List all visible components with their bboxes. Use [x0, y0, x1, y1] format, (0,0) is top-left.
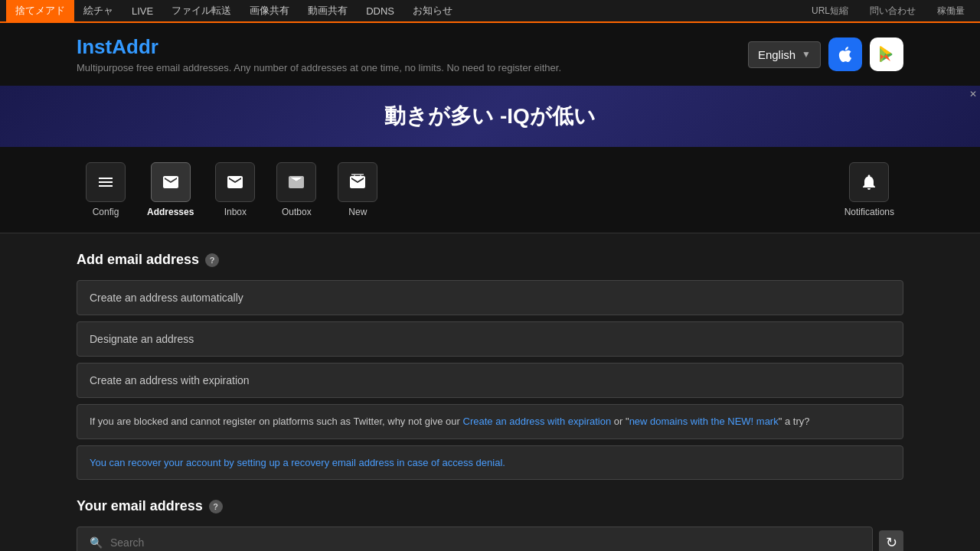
tagline: Multipurpose free email addresses. Any n…: [77, 62, 561, 73]
top-nav-url-shortener[interactable]: URL短縮: [802, 0, 858, 22]
info-end: a try?: [782, 416, 809, 427]
toolbar-right: Notifications: [835, 156, 903, 223]
search-row: 🔍 ↻: [77, 527, 903, 551]
your-email-title-text: Your email address: [77, 498, 203, 514]
toolbar: Config Addresses Inbox: [0, 147, 980, 233]
add-email-help-icon[interactable]: ?: [205, 253, 219, 267]
inbox-icon: [215, 162, 255, 202]
top-nav-item-6[interactable]: お知らせ: [403, 0, 462, 22]
search-icon: 🔍: [90, 536, 103, 549]
toolbar-outbox[interactable]: Outbox: [267, 156, 325, 223]
top-navigation: 捨てメアド 絵チャ LIVE ファイル転送 画像共有 動画共有 DDNS お知ら…: [0, 0, 980, 23]
new-icon: [338, 162, 377, 202]
toolbar-new-label: New: [348, 207, 367, 217]
chevron-down-icon: ▼: [802, 49, 811, 60]
add-email-title-text: Add email address: [77, 252, 199, 268]
your-email-help-icon[interactable]: ?: [209, 500, 223, 514]
toolbar-new[interactable]: New: [328, 156, 387, 223]
top-nav-uptime[interactable]: 稼働量: [928, 0, 974, 22]
addresses-icon: [151, 162, 191, 202]
info-blocked-text: If you are blocked and cannot register o…: [90, 416, 463, 427]
top-nav-item-5[interactable]: DDNS: [357, 0, 403, 22]
refresh-button[interactable]: ↻: [879, 530, 903, 551]
top-nav-highlight[interactable]: 捨てメアド: [6, 0, 74, 22]
top-nav-left: 捨てメアド 絵チャ LIVE ファイル転送 画像共有 動画共有 DDNS お知ら…: [6, 0, 462, 22]
toolbar-outbox-label: Outbox: [282, 207, 312, 217]
info-recovery-box: You can recover your account by setting …: [77, 445, 903, 481]
content: Add email address ? Create an address au…: [0, 233, 980, 551]
top-nav-item-0[interactable]: 絵チャ: [74, 0, 122, 22]
notifications-icon: [849, 162, 889, 202]
search-input[interactable]: [110, 536, 860, 549]
designate-address-button[interactable]: Designate an address: [77, 321, 903, 357]
info-link1[interactable]: Create an address with expiration: [463, 416, 612, 427]
google-play-button[interactable]: [870, 37, 903, 71]
language-selector[interactable]: English ▼: [748, 41, 821, 68]
toolbar-notifications[interactable]: Notifications: [835, 156, 903, 223]
refresh-icon: ↻: [886, 534, 897, 551]
toolbar-addresses[interactable]: Addresses: [138, 156, 203, 223]
create-auto-button[interactable]: Create an address automatically: [77, 280, 903, 315]
top-nav-item-4[interactable]: 動画共有: [299, 0, 357, 22]
toolbar-config-label: Config: [93, 207, 119, 217]
top-nav-item-1[interactable]: LIVE: [122, 0, 162, 22]
search-box: 🔍: [77, 527, 873, 551]
top-nav-item-3[interactable]: 画像共有: [240, 0, 299, 22]
info-blocked-box: If you are blocked and cannot register o…: [77, 404, 903, 439]
config-icon: [86, 162, 126, 202]
logo: InstAddr: [77, 35, 561, 59]
apple-app-button[interactable]: [828, 37, 862, 71]
create-expiration-button[interactable]: Create an address with expiration: [77, 363, 903, 398]
ad-close-icon[interactable]: ✕: [969, 89, 977, 99]
toolbar-notifications-label: Notifications: [844, 207, 894, 217]
ad-text: 動きが多い -IQが低い: [384, 102, 596, 131]
toolbar-left: Config Addresses Inbox: [77, 156, 387, 223]
header: InstAddr Multipurpose free email address…: [0, 23, 980, 86]
header-right: English ▼: [748, 37, 903, 71]
toolbar-config[interactable]: Config: [77, 156, 135, 223]
toolbar-addresses-label: Addresses: [147, 207, 194, 217]
your-email-section: Your email address ? 🔍 ↻: [77, 498, 903, 551]
ad-banner: 動きが多い -IQが低い ✕: [0, 86, 980, 147]
top-nav-item-2[interactable]: ファイル転送: [162, 0, 240, 22]
info-middle: or: [611, 416, 626, 427]
language-label: English: [758, 48, 795, 61]
your-email-title: Your email address ?: [77, 498, 903, 514]
toolbar-inbox-label: Inbox: [224, 207, 247, 217]
add-email-section-title: Add email address ?: [77, 252, 903, 268]
top-nav-right: URL短縮 問い合わせ 稼働量: [802, 0, 974, 22]
recovery-link[interactable]: You can recover your account by setting …: [90, 457, 505, 468]
toolbar-inbox[interactable]: Inbox: [206, 156, 264, 223]
info-link2[interactable]: new domains with the NEW! mark: [629, 416, 779, 427]
header-left: InstAddr Multipurpose free email address…: [77, 35, 561, 73]
top-nav-contact[interactable]: 問い合わせ: [861, 0, 925, 22]
ad-inner: 動きが多い -IQが低い ✕: [0, 86, 980, 147]
outbox-icon: [276, 162, 316, 202]
